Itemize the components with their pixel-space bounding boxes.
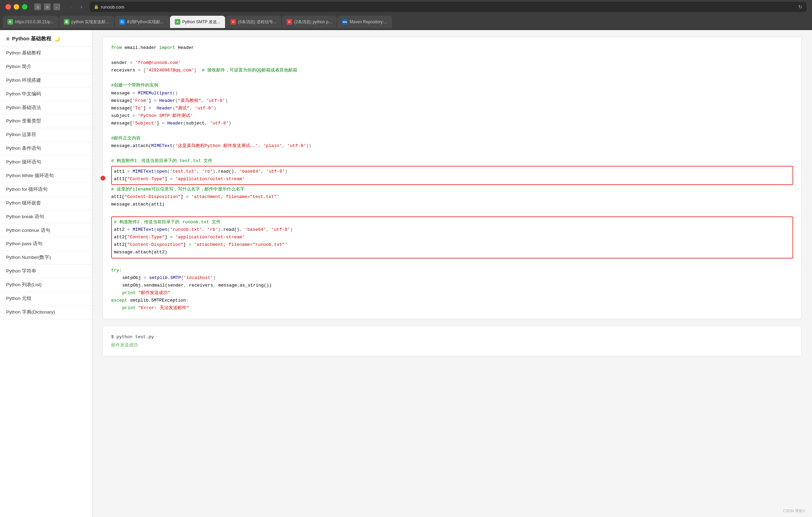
code-line-blank4 (111, 150, 793, 157)
tab-label-1: https://10.0.30.21/p... (15, 19, 54, 24)
code-line-30: smtpObj = smtplib.SMTP('localhost') (111, 274, 793, 282)
code-line-blank6 (111, 259, 793, 267)
sidebar-item-number[interactable]: Python Number(数字) (0, 251, 92, 265)
sidebar-item-loops[interactable]: Python 循环语句 (0, 156, 92, 169)
code-line-17: att1 = MIMEText(open('test.txt', 'rb').r… (114, 168, 790, 175)
tab-overview[interactable]: ⊞ (44, 3, 51, 10)
code-line-blank3 (111, 127, 793, 135)
code-line-25: att2["Content-Type"] = 'application/octe… (114, 234, 790, 241)
footer-text: CSDN 博客© (783, 508, 805, 514)
code-line-31: smtpObj.sendmail(sender, receivers, mess… (111, 282, 793, 289)
sidebar-item-while[interactable]: Python While 循环语句 (0, 169, 92, 183)
tab-7[interactable]: MN Maven Repository:... (337, 16, 392, 28)
sidebar-title: Python 基础教程 (12, 36, 51, 42)
tab-4[interactable]: ⊕ Python SMTP 发送... (170, 16, 225, 28)
nav-arrows: ‹ › (67, 3, 86, 11)
code-line-9: message['To'] = Header("测试", 'utf-8') (111, 105, 793, 112)
sidebar-item-continue[interactable]: Python continue 语句 (0, 224, 92, 238)
sidebar: ≡ Python 基础教程 🌙 Python 基础教程 Python 简介 Py… (0, 30, 92, 517)
code-line-14: message.attach(MIMEText('这是菜鸟教程Python 邮件… (111, 142, 793, 150)
code-line-26: att2["Content-Disposition"] = 'attachmen… (114, 241, 790, 249)
highlight-block-1: att1 = MIMEText(open('test.txt', 'rb').r… (111, 166, 793, 185)
tab-favicon-4: ⊕ (175, 19, 180, 25)
code-line-13: #邮件正文内容 (111, 135, 793, 142)
sidebar-item-string[interactable]: Python 字符串 (0, 265, 92, 278)
sidebar-item-tutorial[interactable]: Python 基础教程 (0, 47, 92, 60)
code-line-1: from email.header import Header (111, 44, 793, 52)
maximize-button[interactable] (22, 4, 27, 10)
tab-6[interactable]: C (2条消息) python p... (282, 16, 337, 28)
tab-label-5: (6条消息) 进程信号... (238, 19, 276, 25)
code-line-7: message = MIMEMultipart() (111, 90, 793, 97)
terminal-cmd: $ python test.py (111, 333, 793, 341)
tab-label-6: (2条消息) python p... (294, 19, 332, 25)
breakpoint-indicator (101, 176, 105, 181)
code-line-32: print "邮件发送成功" (111, 289, 793, 297)
refresh-button[interactable]: ↻ (798, 4, 802, 10)
sidebar-item-variables[interactable]: Python 变量类型 (0, 115, 92, 128)
code-line-29: try: (111, 267, 793, 274)
sidebar-toggle[interactable]: ☰ (34, 3, 41, 10)
sidebar-item-env[interactable]: Python 环境搭建 (0, 74, 92, 88)
code-line-8: message['From'] = Header("菜鸟教程", 'utf-8'… (111, 97, 793, 105)
code-line-4: receivers = ['429240967@qq.com'] # 接收邮件，… (111, 67, 793, 74)
tab-label-2: python 实现发送邮... (71, 19, 109, 25)
tabs-bar: R https://10.0.30.21/p... 菜 python 实现发送邮… (0, 14, 812, 28)
traffic-lights (5, 4, 27, 10)
window-controls: ☰ ⊞ ⌄ (34, 3, 60, 10)
browser-chrome: ☰ ⊞ ⌄ ‹ › 🔒 runoob.com ↻ R https://10.0.… (0, 0, 812, 30)
back-button[interactable]: ‹ (67, 3, 75, 11)
sidebar-item-pass[interactable]: Python pass 语句 (0, 237, 92, 251)
minimize-button[interactable] (14, 4, 19, 10)
moon-icon: 🌙 (54, 36, 60, 42)
sidebar-item-intro[interactable]: Python 简介 (0, 60, 92, 74)
forward-button[interactable]: › (77, 3, 86, 11)
tab-favicon-1: R (8, 19, 13, 25)
highlight-block-2: # 构造附件2，传送当前目录下的 runoob.txt 文件 att2 = MI… (111, 216, 793, 258)
sidebar-header: ≡ Python 基础教程 🌙 (0, 30, 92, 47)
tab-1[interactable]: R https://10.0.30.21/p... (3, 16, 58, 28)
code-line-10: subject = 'Python SMTP 邮件测试' (111, 112, 793, 120)
close-button[interactable] (5, 4, 11, 10)
sidebar-item-dict[interactable]: Python 字典(Dictionary) (0, 306, 92, 319)
code-line-3: sender = 'from@runoob.com' (111, 59, 793, 67)
code-line-21: message.attach(att1) (111, 201, 793, 208)
lock-icon: 🔒 (94, 4, 99, 9)
sidebar-item-encoding[interactable]: Python 中文编码 (0, 88, 92, 101)
tab-3[interactable]: 知 利用Python实现邮... (115, 16, 169, 28)
terminal-output: 邮件发送成功 (111, 341, 793, 349)
tab-dropdown[interactable]: ⌄ (53, 3, 60, 10)
tab-label-3: 利用Python实现邮... (127, 19, 163, 25)
sidebar-item-nested[interactable]: Python 循环嵌套 (0, 197, 92, 210)
code-line-33: except smtplib.SMTPException: (111, 297, 793, 304)
terminal-block: $ python test.py 邮件发送成功 (103, 326, 802, 356)
code-line-blank1 (111, 52, 793, 59)
sidebar-item-list[interactable]: Python 列表(List) (0, 278, 92, 292)
main-layout: ≡ Python 基础教程 🌙 Python 基础教程 Python 简介 Py… (0, 30, 812, 517)
tab-label-4: Python SMTP 发送... (182, 19, 220, 25)
code-line-18: att1["Content-Type"] = 'application/octe… (114, 175, 790, 183)
content-area[interactable]: from email.header import Header sender =… (92, 30, 812, 517)
tab-label-7: Maven Repository:... (350, 19, 387, 24)
sidebar-item-syntax[interactable]: Python 基础语法 (0, 101, 92, 115)
code-line-27: message.attach(att2) (114, 249, 790, 256)
sidebar-item-tuple[interactable]: Python 元组 (0, 292, 92, 306)
sidebar-item-operators[interactable]: Python 运算符 (0, 128, 92, 142)
code-line-20: att1["Content-Disposition"] = 'attachmen… (111, 193, 793, 201)
tab-favicon-7: MN (342, 19, 348, 25)
sidebar-item-for[interactable]: Python for 循环语句 (0, 183, 92, 197)
sidebar-item-break[interactable]: Python break 语句 (0, 210, 92, 224)
code-line-blank2 (111, 74, 793, 82)
tab-favicon-5: C (231, 19, 236, 25)
tab-favicon-2: 菜 (64, 19, 69, 25)
tab-2[interactable]: 菜 python 实现发送邮... (59, 16, 114, 28)
tab-5[interactable]: C (6条消息) 进程信号... (226, 16, 281, 28)
code-line-blank5 (111, 208, 793, 216)
code-line-16: # 构造附件1，传送当前目录下的 test.txt 文件 (111, 157, 793, 165)
sidebar-item-conditions[interactable]: Python 条件语句 (0, 142, 92, 156)
code-line-19: # 这里的filename可以任意写，写什么名字，邮件中显示什么名字 (111, 186, 793, 193)
code-line-23: # 构造附件2，传送当前目录下的 runoob.txt 文件 (114, 218, 790, 226)
tab-favicon-6: C (287, 19, 292, 25)
address-bar[interactable]: 🔒 runoob.com ↻ (90, 2, 807, 12)
url-text: runoob.com (101, 4, 125, 10)
